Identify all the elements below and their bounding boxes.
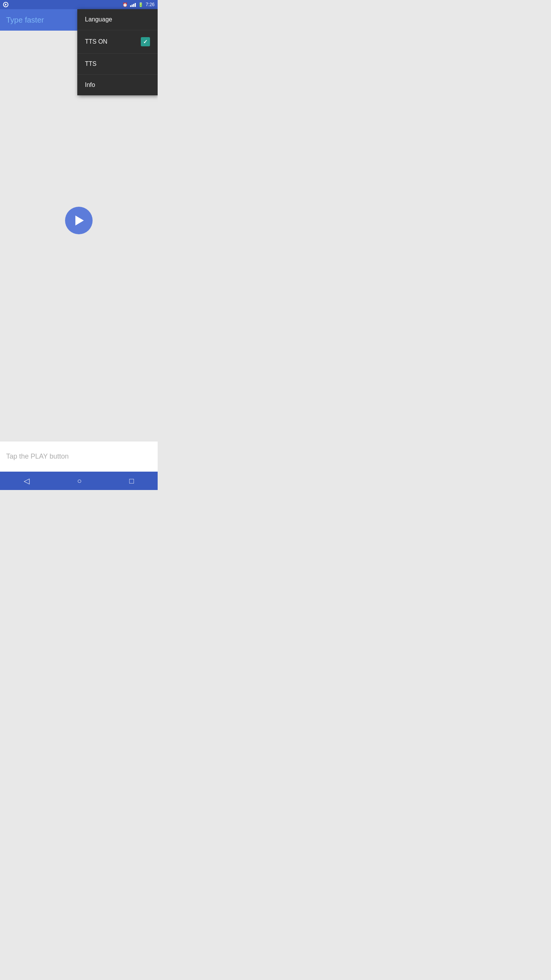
home-button[interactable]: ○: [77, 477, 82, 485]
bottom-input-area[interactable]: Tap the PLAY button: [0, 441, 158, 472]
status-bar-right: ⏰ 🔋 7:26: [122, 2, 155, 7]
input-placeholder: Tap the PLAY button: [6, 452, 68, 461]
clock-icon: ⏰: [122, 2, 128, 7]
status-bar-left: [3, 2, 8, 7]
tts-on-checkbox[interactable]: [141, 37, 150, 46]
menu-item-tts-on[interactable]: TTS ON: [77, 30, 158, 54]
status-time: 7:26: [146, 2, 155, 7]
status-bar: ⏰ 🔋 7:26: [0, 0, 158, 9]
dropdown-menu: Language TTS ON TTS Info: [77, 9, 158, 95]
battery-icon: 🔋: [138, 2, 143, 7]
menu-item-info[interactable]: Info: [77, 75, 158, 95]
menu-item-tts-on-label: TTS ON: [85, 38, 108, 45]
menu-item-tts-label: TTS: [85, 60, 96, 67]
menu-item-language[interactable]: Language: [77, 9, 158, 30]
signal-icon: [130, 2, 136, 7]
menu-item-info-label: Info: [85, 82, 95, 88]
back-button[interactable]: ◁: [24, 476, 29, 485]
menu-item-tts[interactable]: TTS: [77, 54, 158, 75]
app-title: Type faster: [6, 16, 44, 24]
nav-bar: ◁ ○ □: [0, 472, 158, 490]
recent-button[interactable]: □: [129, 477, 134, 485]
play-button[interactable]: [65, 207, 93, 234]
media-playing-icon: [3, 2, 8, 7]
menu-item-language-label: Language: [85, 16, 112, 23]
